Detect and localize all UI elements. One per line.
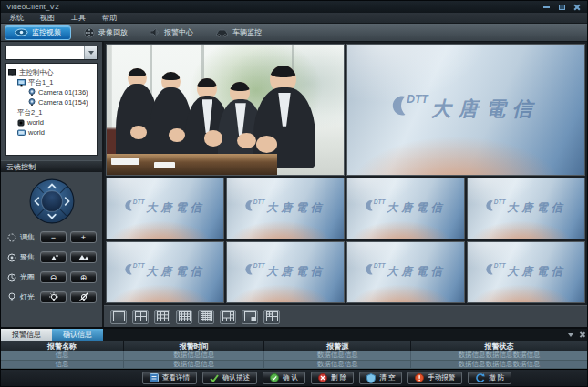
manual-alarm-button[interactable]: 手动报警 bbox=[407, 372, 462, 384]
layout-pip-button[interactable] bbox=[242, 310, 258, 324]
layout-4-button[interactable] bbox=[132, 310, 149, 324]
video-tile-empty[interactable]: DTT大唐電信 bbox=[226, 241, 345, 303]
layout-9-button[interactable] bbox=[154, 310, 170, 324]
film-reel-icon bbox=[84, 27, 95, 38]
close-icon bbox=[579, 331, 585, 338]
layout-1-button[interactable] bbox=[110, 310, 127, 324]
video-tile-empty[interactable]: DTT大唐電信 bbox=[226, 178, 345, 239]
layout-25-button[interactable] bbox=[198, 310, 214, 324]
minimize-icon bbox=[543, 6, 550, 8]
tree-node-camera-154[interactable]: Camera 01(154) bbox=[8, 97, 95, 107]
iris-open-button[interactable]: ⊕ bbox=[70, 271, 97, 283]
dtt-watermark: DTT大唐電信 bbox=[125, 263, 205, 280]
ptz-focus-label: 聚焦 bbox=[20, 252, 36, 262]
tree-node-control-center[interactable]: 主控制中心 bbox=[8, 67, 95, 77]
video-tile-empty[interactable]: DTT大唐電信 bbox=[467, 178, 585, 239]
server-dark-icon bbox=[17, 119, 25, 127]
clear-button[interactable]: 清 空 bbox=[359, 372, 402, 384]
layout-mixed-button[interactable] bbox=[263, 310, 280, 324]
video-tile-empty[interactable]: DTT大唐電信 bbox=[467, 241, 585, 303]
tab-confirm-info[interactable]: 确认信息 bbox=[52, 329, 103, 341]
zoom-out-button[interactable]: − bbox=[40, 231, 67, 243]
video-tile-empty[interactable]: DTT大唐電信 bbox=[106, 178, 224, 239]
camera-icon bbox=[28, 88, 36, 97]
disarm-button[interactable]: 撤 防 bbox=[468, 372, 511, 384]
tab-label: 车辆监控 bbox=[232, 27, 262, 37]
col-alarm-status: 报警状态 bbox=[411, 341, 587, 351]
col-alarm-source: 报警源 bbox=[264, 341, 411, 351]
collapse-icon bbox=[568, 333, 573, 337]
tab-vehicle-monitor[interactable]: 车辆监控 bbox=[206, 25, 271, 40]
ptz-zoom-row: 调焦 − + bbox=[6, 231, 97, 243]
dtt-watermark: DTT大唐電信 bbox=[366, 199, 446, 216]
video-tile-empty[interactable]: DTT大唐電信 bbox=[346, 241, 465, 303]
alarm-collapse-button[interactable] bbox=[565, 329, 576, 341]
dropdown-button[interactable] bbox=[84, 46, 97, 59]
tree-node-platform1[interactable]: 平台1_1 bbox=[8, 77, 95, 87]
video-tile-empty[interactable]: DTT大唐電信 bbox=[106, 241, 224, 303]
video-tile-empty[interactable]: DTT 大唐電信 bbox=[346, 44, 585, 176]
alarm-table: 报警名称 报警时间 报警源 报警状态 信息 数据信息信息 数据信息信息 数据信息… bbox=[1, 341, 587, 369]
video-zone: DTT 大唐電信 DTT大唐電信 DTT大唐電信 DTT大唐電信 DTT大唐電信… bbox=[104, 42, 587, 327]
alarm-row[interactable]: 信息 数据信息信息 数据信息信息 数据信息数据信息数据信息 bbox=[1, 351, 587, 361]
layout-4-icon bbox=[135, 311, 147, 321]
view-details-button[interactable]: 查看详情 bbox=[142, 372, 197, 384]
tab-alarm-info[interactable]: 报警信息 bbox=[1, 329, 52, 341]
tree-node-platform2[interactable]: 平台2_1 bbox=[8, 107, 95, 117]
confirm-icon bbox=[270, 373, 279, 382]
tree-node-world-1[interactable]: world bbox=[8, 117, 95, 127]
tab-playback[interactable]: 录像回放 bbox=[75, 25, 137, 40]
video-tile-live[interactable] bbox=[106, 44, 345, 176]
light-off-button[interactable] bbox=[70, 291, 97, 303]
minimize-button[interactable] bbox=[542, 4, 551, 11]
delete-button[interactable]: 删 除 bbox=[311, 372, 354, 384]
alarm-tab-bar: 报警信息 确认信息 bbox=[1, 329, 587, 341]
nav-tab-bar: 监控视频 录像回放 报警中心 车辆监控 bbox=[1, 24, 587, 42]
close-button[interactable] bbox=[573, 4, 582, 11]
layout-16-icon bbox=[179, 311, 191, 321]
menu-tools[interactable]: 工具 bbox=[71, 13, 86, 23]
video-tile-empty[interactable]: DTT大唐電信 bbox=[346, 178, 465, 239]
ptz-title: 云镜控制 bbox=[6, 162, 36, 172]
iris-row-icon bbox=[7, 273, 16, 282]
ptz-light-row: 灯光 bbox=[6, 291, 97, 303]
layout-1-icon bbox=[113, 311, 125, 321]
layout-16-button[interactable] bbox=[176, 310, 192, 324]
light-on-button[interactable] bbox=[40, 291, 67, 303]
clear-shield-icon bbox=[366, 373, 376, 383]
layout-6-button[interactable] bbox=[220, 310, 236, 324]
dtt-watermark: DTT大唐電信 bbox=[125, 199, 205, 216]
tree-node-camera-136[interactable]: Camera 01(136) bbox=[8, 87, 95, 97]
dtt-watermark: DTT 大唐電信 bbox=[392, 94, 539, 122]
menu-system[interactable]: 系统 bbox=[9, 13, 24, 23]
screen-blue-icon bbox=[17, 129, 26, 137]
ptz-iris-row: 光圈 ⊖ ⊕ bbox=[6, 271, 97, 283]
focus-near-button[interactable] bbox=[40, 251, 67, 263]
iris-close-button[interactable]: ⊖ bbox=[40, 271, 67, 283]
alarm-close-button[interactable] bbox=[576, 329, 587, 341]
menu-bar: 系统 视图 工具 帮助 bbox=[1, 13, 587, 24]
col-alarm-name: 报警名称 bbox=[1, 341, 124, 351]
title-bar: VideoClient_V2 bbox=[1, 1, 587, 13]
ptz-dpad[interactable] bbox=[29, 178, 75, 224]
alarm-row[interactable]: 信息 数据信息信息 数据信息信息 数据信息数据信息数据信息 bbox=[1, 361, 587, 370]
tab-alarm-center[interactable]: 报警中心 bbox=[140, 25, 202, 40]
zoom-in-button[interactable]: + bbox=[70, 231, 97, 243]
ptz-light-label: 灯光 bbox=[20, 292, 36, 302]
menu-view[interactable]: 视图 bbox=[40, 13, 55, 23]
tree-node-world-2[interactable]: world bbox=[8, 127, 95, 137]
tab-label: 监控视频 bbox=[32, 27, 61, 37]
maximize-button[interactable] bbox=[557, 4, 566, 11]
delete-icon bbox=[318, 373, 327, 382]
light-off-icon bbox=[78, 292, 89, 302]
ptz-panel: 调焦 − + 聚焦 bbox=[1, 172, 102, 327]
col-alarm-time: 报警时间 bbox=[124, 341, 264, 351]
focus-far-button[interactable] bbox=[70, 251, 97, 263]
confirm-button[interactable]: 确 认 bbox=[263, 372, 305, 384]
device-dropdown[interactable] bbox=[5, 46, 98, 60]
tab-surveillance-video[interactable]: 监控视频 bbox=[5, 25, 71, 40]
menu-help[interactable]: 帮助 bbox=[102, 13, 117, 23]
ptz-panel-header: 云镜控制 bbox=[1, 160, 102, 172]
confirm-description-button[interactable]: 确认描述 bbox=[202, 372, 257, 384]
layout-25-icon bbox=[201, 311, 212, 321]
